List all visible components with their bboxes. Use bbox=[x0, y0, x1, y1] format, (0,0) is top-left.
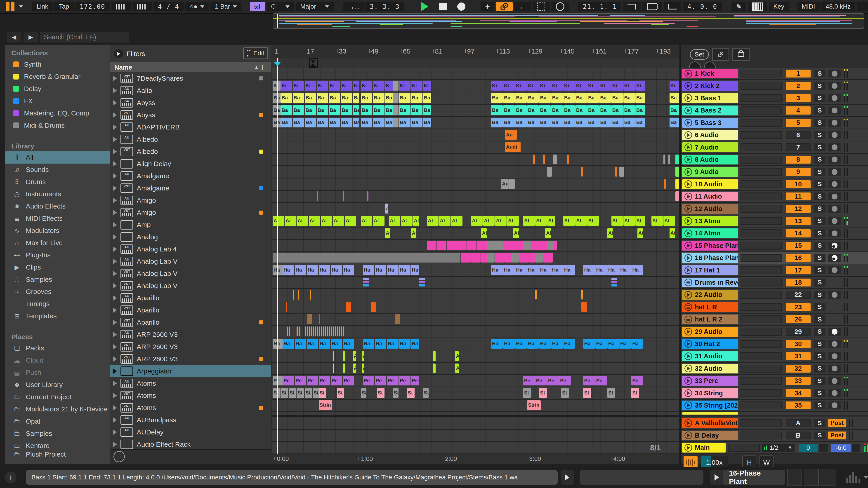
clip[interactable]: Ki bbox=[491, 80, 503, 90]
track-header-14-atmo[interactable]: 14 Atmo14S bbox=[681, 228, 868, 240]
clip-group[interactable]: BaBaBa bbox=[361, 105, 393, 115]
clip[interactable]: Ba bbox=[539, 93, 551, 103]
clip[interactable]: St bbox=[313, 388, 319, 398]
clip[interactable]: At bbox=[413, 216, 419, 226]
browser-item-albedo[interactable]: AUAlbedo bbox=[110, 133, 271, 145]
draw-mode-button[interactable]: ✎ bbox=[732, 2, 746, 11]
clip[interactable]: Ha bbox=[363, 265, 374, 275]
clip[interactable]: Ha bbox=[295, 339, 306, 349]
clip[interactable]: Ki bbox=[575, 80, 587, 90]
input-routing-box[interactable]: 8 bbox=[786, 156, 811, 164]
input-routing-box[interactable]: 10 bbox=[786, 180, 811, 188]
sidebar-item-cloud[interactable]: ☁Cloud bbox=[5, 354, 110, 366]
clip[interactable]: Ha bbox=[503, 265, 515, 275]
track-name-box[interactable] bbox=[682, 412, 738, 415]
clip[interactable]: St bbox=[377, 388, 384, 398]
clip-group[interactable]: BaBaBa bbox=[399, 93, 431, 103]
clip[interactable]: Ha bbox=[411, 265, 419, 275]
arm-record-button[interactable] bbox=[828, 94, 841, 102]
clip[interactable] bbox=[481, 253, 487, 263]
clip-group[interactable]: BaBaBaBaBaBaBa bbox=[281, 93, 359, 103]
browser-item-analog-lab-4[interactable]: AUAnalog Lab 4 bbox=[110, 243, 271, 255]
play-button[interactable] bbox=[416, 2, 433, 11]
clip[interactable]: Ha bbox=[363, 339, 374, 349]
clip[interactable] bbox=[495, 253, 504, 263]
solo-button[interactable]: S bbox=[814, 131, 826, 139]
clip[interactable]: At bbox=[297, 216, 308, 226]
arm-record-button[interactable] bbox=[828, 217, 841, 225]
clip[interactable] bbox=[287, 326, 288, 336]
track-header-drums-in-reve[interactable]: Drums in Reve18S bbox=[681, 277, 868, 289]
clip[interactable]: Ha bbox=[331, 339, 342, 349]
track-play-icon[interactable] bbox=[684, 168, 692, 176]
track-header-15-phase-plant[interactable]: 15 Phase Plant15S bbox=[681, 240, 868, 252]
clip[interactable] bbox=[273, 253, 460, 263]
clip[interactable] bbox=[343, 326, 344, 336]
clip[interactable]: At bbox=[638, 228, 643, 238]
sidebar-item-templates[interactable]: ⊞Templates bbox=[5, 310, 110, 322]
clip[interactable]: Ha bbox=[283, 339, 294, 349]
expand-arrow-icon[interactable] bbox=[113, 429, 117, 435]
browser-item-analog-lab-v[interactable]: VSTAnalog Lab V bbox=[110, 267, 271, 280]
clip[interactable] bbox=[371, 302, 376, 312]
clip[interactable]: Ba bbox=[329, 93, 340, 103]
clip[interactable]: At bbox=[385, 228, 391, 238]
track-name-box[interactable]: 6 Audio bbox=[682, 130, 738, 140]
clip[interactable]: At bbox=[507, 216, 519, 226]
sidebar-item-max-for-live[interactable]: ⌂Max for Live bbox=[5, 237, 110, 249]
browser-name-column-header[interactable]: Name▲ ❘ bbox=[110, 62, 271, 72]
clip[interactable] bbox=[471, 253, 480, 263]
clip[interactable]: Pe bbox=[283, 376, 294, 385]
clip[interactable] bbox=[437, 240, 446, 250]
clip[interactable] bbox=[509, 179, 515, 189]
clip[interactable]: Ba bbox=[373, 93, 384, 103]
clip-group[interactable] bbox=[461, 253, 487, 263]
browser-item-analog-lab-v[interactable]: VSTAnalog Lab V bbox=[110, 280, 271, 292]
clip[interactable]: Audi bbox=[505, 142, 521, 152]
expand-arrow-icon[interactable] bbox=[113, 137, 117, 142]
clip-group[interactable]: Ba bbox=[273, 118, 281, 127]
clip[interactable]: A bbox=[353, 363, 356, 373]
clip[interactable]: Ba bbox=[636, 93, 646, 103]
solo-button[interactable]: S bbox=[814, 419, 826, 427]
clip[interactable]: Ha bbox=[551, 339, 563, 349]
draw-selection-button[interactable] bbox=[532, 2, 550, 11]
clip[interactable]: Ba bbox=[385, 105, 393, 115]
expand-arrow-icon[interactable] bbox=[113, 198, 117, 203]
stop-button[interactable] bbox=[434, 2, 451, 11]
track-play-icon[interactable] bbox=[684, 205, 692, 213]
arm-record-button[interactable] bbox=[828, 119, 841, 127]
track-header-1-kick[interactable]: 1 Kick1S bbox=[681, 68, 868, 80]
group-fold-icon[interactable] bbox=[684, 316, 692, 323]
clip[interactable] bbox=[529, 253, 535, 263]
clip[interactable] bbox=[293, 290, 294, 299]
clip[interactable] bbox=[467, 240, 476, 250]
key-map-button[interactable]: Key bbox=[769, 2, 789, 11]
browser-item-aubandpass[interactable]: AUAUBandpass bbox=[110, 414, 271, 426]
clip[interactable] bbox=[547, 167, 552, 176]
midi-map-button[interactable]: MIDI bbox=[797, 2, 819, 11]
arrangement-track-row[interactable] bbox=[271, 417, 679, 429]
browser-item-aparillo[interactable]: VSTAparillo bbox=[110, 304, 271, 316]
sidebar-item-tunings[interactable]: ⑂Tunings bbox=[5, 298, 110, 310]
clip-group[interactable]: AtAtAt bbox=[427, 216, 463, 226]
arrangement-track-row[interactable]: KiKiKiKiKiKiKiKiKiKiKiKiKiKiKiKiKiKiKiKi… bbox=[271, 80, 679, 92]
expand-arrow-icon[interactable] bbox=[113, 161, 117, 166]
clip[interactable]: Ki bbox=[353, 80, 359, 90]
arrangement-track-row[interactable] bbox=[271, 442, 679, 454]
clip-group[interactable] bbox=[427, 240, 487, 250]
clip[interactable]: Ba bbox=[623, 105, 635, 115]
clip[interactable] bbox=[307, 326, 308, 336]
sidebar-item-mastering-eq-comp[interactable]: Mastering, EQ, Comp bbox=[5, 107, 110, 119]
clip[interactable]: Ba bbox=[503, 93, 515, 103]
browser-item-albedo[interactable]: VSTAlbedo bbox=[110, 145, 271, 158]
clip[interactable]: Ba bbox=[623, 118, 635, 127]
clip[interactable]: Ba bbox=[423, 93, 431, 103]
groove-pool-icon[interactable] bbox=[112, 2, 131, 11]
track-header-22-audio[interactable]: 22 Audio22S bbox=[681, 289, 868, 301]
track-name-box[interactable]: Main bbox=[682, 443, 725, 453]
time-signature-field[interactable]: 4 / 4 bbox=[153, 2, 184, 11]
browser-item-abyss[interactable]: AUAbyss bbox=[110, 97, 271, 109]
clip[interactable]: Ha bbox=[503, 339, 515, 349]
clip[interactable]: St bbox=[407, 388, 414, 398]
